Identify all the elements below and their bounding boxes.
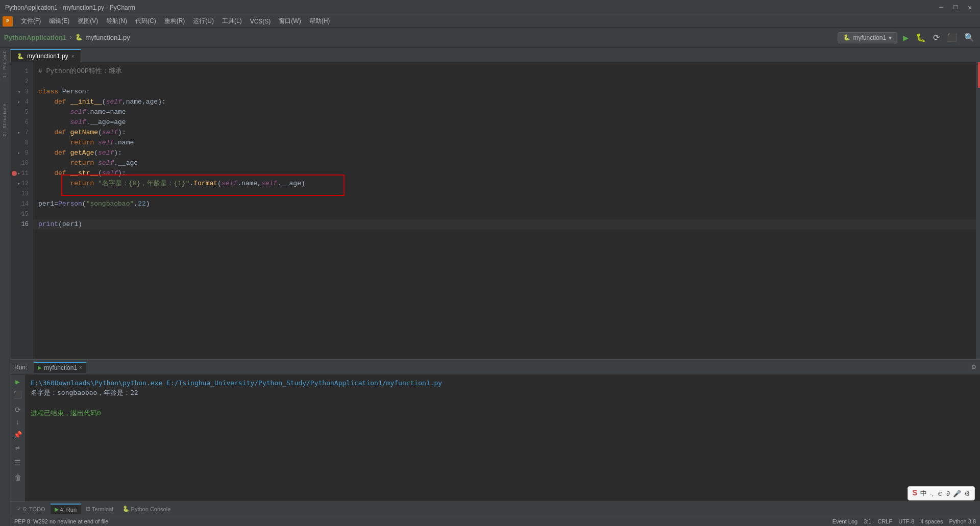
panel-scroll-down-btn[interactable]: ↓ <box>15 418 19 427</box>
output-process-text: 进程已结束，退出代码0 <box>31 409 101 418</box>
project-name[interactable]: PythonApplication1 <box>4 34 66 41</box>
output-cmd-line: E:\360Downloads\Python\python.exe E:/Tsi… <box>31 378 975 388</box>
run-label: Run: <box>14 364 27 371</box>
menu-edit[interactable]: 编辑(E) <box>45 16 74 27</box>
run-tab-icon: ▶ <box>38 365 42 370</box>
line-num-8: 8 <box>10 138 33 148</box>
menu-bar: P 文件(F) 编辑(E) 视图(V) 导航(N) 代码(C) 重构(R) 运行… <box>0 15 980 28</box>
main-layout: 1: Project 2: Structure 🐍 myfunction1.py… <box>0 48 980 526</box>
sogou-input-method[interactable]: ∂ <box>947 490 950 497</box>
menu-tools[interactable]: 工具(L) <box>218 16 246 27</box>
menu-file[interactable]: 文件(F) <box>17 16 45 27</box>
sogou-lang[interactable]: 中 <box>920 489 927 498</box>
run-config-selector[interactable]: 🐍 myfunction1 ▾ <box>838 32 897 43</box>
code-line-2 <box>33 77 980 87</box>
encoding[interactable]: UTF-8 <box>898 518 914 524</box>
code-area[interactable]: # Python的OOP特性：继承 class Person: def __in… <box>33 62 980 359</box>
line-num-1: 1 <box>10 66 33 77</box>
output-result-text: 名字是：songbaobao，年龄是：22 <box>31 388 138 397</box>
tab-close-btn[interactable]: × <box>71 54 75 59</box>
sogou-punct[interactable]: ·, <box>930 490 934 497</box>
file-icon: 🐍 <box>75 34 83 41</box>
bottom-tab-terminal[interactable]: ⊞ Terminal <box>82 504 117 514</box>
pep-message: PEP 8: W292 no newline at end of file <box>14 518 108 524</box>
panel-filter-btn[interactable]: ☰ <box>14 459 21 467</box>
bottom-tab-group: ✓ 6: TODO ▶ 4: Run ⊞ Terminal 🐍 Python C… <box>13 504 175 514</box>
run-tab-label: 4: Run <box>60 507 77 513</box>
tab-file-icon: 🐍 <box>17 53 24 60</box>
python-console-icon: 🐍 <box>122 506 130 512</box>
sidebar-structure[interactable]: 2: Structure <box>3 104 8 137</box>
toolbar: PythonApplication1 › 🐍 myfunction1.py 🐍 … <box>0 28 980 48</box>
editor-content[interactable]: 1 2 ▾ 3 ▾ 4 5 6 ▾ 7 8 ▾ 9 <box>10 62 980 359</box>
scrollbar-track[interactable] <box>976 62 980 359</box>
line-num-3: ▾ 3 <box>10 87 33 97</box>
code-line-6: self.__age=age <box>33 117 980 128</box>
run-button[interactable]: ▶ <box>901 31 910 45</box>
run-config-icon: 🐍 <box>843 34 850 41</box>
minimize-btn[interactable]: ─ <box>937 4 947 12</box>
terminal-label: Terminal <box>92 506 113 512</box>
menu-code[interactable]: 代码(C) <box>131 16 160 27</box>
menu-run[interactable]: 运行(U) <box>189 16 218 27</box>
menu-help[interactable]: 帮助(H) <box>305 16 334 27</box>
panel-rerun-btn[interactable]: ⟳ <box>15 406 21 414</box>
pep-bar: PEP 8: W292 no newline at end of file Ev… <box>10 516 980 526</box>
panel-toolbar: Run: ▶ myfunction1 × ⚙ <box>10 360 980 375</box>
bottom-tab-todo[interactable]: ✓ 6: TODO <box>13 504 50 514</box>
panel-tab-run[interactable]: ▶ myfunction1 × <box>34 362 86 373</box>
line-endings[interactable]: CRLF <box>877 518 892 524</box>
sogou-ime-bar[interactable]: S 中 ·, ☺ ∂ 🎤 ⚙ <box>908 486 975 500</box>
code-line-11: def __str__(self): <box>33 168 980 179</box>
indent-info[interactable]: 4 spaces <box>920 518 943 524</box>
line-num-11: ▾ 11 <box>10 168 33 179</box>
line-num-13: 13 <box>10 189 33 199</box>
output-empty <box>31 398 975 408</box>
bottom-tab-python-console[interactable]: 🐍 Python Console <box>118 504 175 514</box>
line-num-15: 15 <box>10 209 33 219</box>
menu-refactor[interactable]: 重构(R) <box>160 16 189 27</box>
scroll-marker <box>978 62 980 88</box>
panel-wrap-btn[interactable]: ⇌ <box>15 443 19 452</box>
code-line-8: return self.name <box>33 138 980 148</box>
close-btn[interactable]: ✕ <box>965 4 975 12</box>
editor-tab-myfunction1[interactable]: 🐍 myfunction1.py × <box>10 49 81 62</box>
event-log-btn[interactable]: Event Log <box>832 518 858 524</box>
sogou-emoji[interactable]: ☺ <box>937 490 943 497</box>
panel-run-btn[interactable]: ▶ <box>15 378 19 386</box>
todo-label: 6: TODO <box>23 506 45 512</box>
sogou-settings[interactable]: ⚙ <box>964 490 970 497</box>
maximize-btn[interactable]: □ <box>950 4 961 12</box>
search-everywhere-button[interactable]: 🔍 <box>963 31 976 44</box>
status-right: Event Log 3:1 CRLF UTF-8 4 spaces Python… <box>832 518 976 524</box>
panel-settings-btn[interactable]: ⚙ <box>972 363 976 371</box>
file-name[interactable]: myfunction1.py <box>85 34 130 41</box>
stop-button[interactable]: ⬛ <box>945 31 959 44</box>
terminal-icon: ⊞ <box>86 506 90 512</box>
panel-tab-close[interactable]: × <box>79 365 82 370</box>
code-line-12: return "名字是：{0}，年龄是：{1}".format(self.nam… <box>33 179 980 189</box>
menu-vcs[interactable]: VCS(S) <box>246 17 275 26</box>
code-line-16: print(per1) <box>33 219 980 230</box>
cursor-position: 3:1 <box>864 518 871 524</box>
python-version[interactable]: Python 3.8 <box>949 518 976 524</box>
menu-view[interactable]: 视图(V) <box>74 16 102 27</box>
menu-window[interactable]: 窗口(W) <box>275 16 305 27</box>
panel-stop-btn[interactable]: ⬛ <box>13 390 22 399</box>
sidebar-project[interactable]: 1: Project <box>3 51 8 78</box>
debug-button[interactable]: 🐛 <box>914 31 927 44</box>
bottom-tab-run[interactable]: ▶ 4: Run <box>51 504 81 514</box>
panel-trash-btn[interactable]: 🗑 <box>14 474 21 482</box>
left-sidebar: 1: Project 2: Structure <box>0 48 10 526</box>
code-line-9: def getAge(self): <box>33 148 980 158</box>
run-panel: Run: ▶ myfunction1 × ⚙ ▶ ⬛ ⟳ ↓ 📌 <box>10 359 980 502</box>
coverage-button[interactable]: ⟳ <box>932 31 941 44</box>
sogou-voice[interactable]: 🎤 <box>953 490 961 497</box>
run-config-arrow: ▾ <box>889 34 892 41</box>
window-controls: ─ □ ✕ <box>937 4 975 12</box>
output-result-line: 名字是：songbaobao，年龄是：22 <box>31 388 975 398</box>
menu-nav[interactable]: 导航(N) <box>102 16 131 27</box>
code-line-13 <box>33 189 980 199</box>
panel-pin-btn[interactable]: 📌 <box>13 431 22 439</box>
breadcrumb-sep: › <box>69 34 72 41</box>
